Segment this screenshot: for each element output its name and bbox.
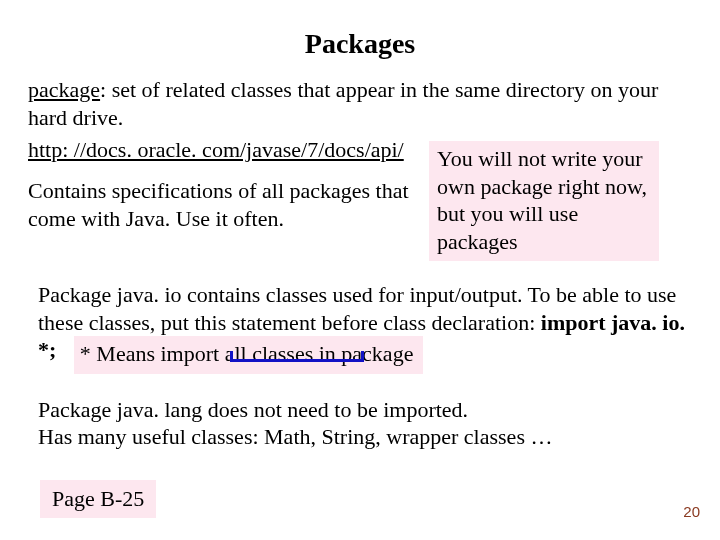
definition-term: package: [28, 77, 100, 102]
note-box-packages: You will not write your own package righ…: [429, 141, 659, 261]
java-lang-paragraph: Package java. lang does not need to be i…: [38, 396, 692, 451]
java-io-paragraph: Package java. io contains classes used f…: [38, 281, 692, 374]
content-row: http: //docs. oracle. com/javase/7/docs/…: [28, 137, 692, 261]
slide-number: 20: [683, 503, 700, 520]
spec-note: Contains specifications of all packages …: [28, 177, 423, 232]
annotation-underline-mark: [230, 351, 364, 362]
package-definition: package: set of related classes that app…: [28, 76, 692, 131]
definition-text: : set of related classes that appear in …: [28, 77, 658, 130]
slide: Packages package: set of related classes…: [0, 0, 720, 540]
api-docs-link[interactable]: http: //docs. oracle. com/javase/7/docs/…: [28, 137, 404, 163]
page-reference: Page B-25: [40, 480, 156, 518]
slide-title: Packages: [28, 28, 692, 60]
left-column: http: //docs. oracle. com/javase/7/docs/…: [28, 137, 423, 232]
